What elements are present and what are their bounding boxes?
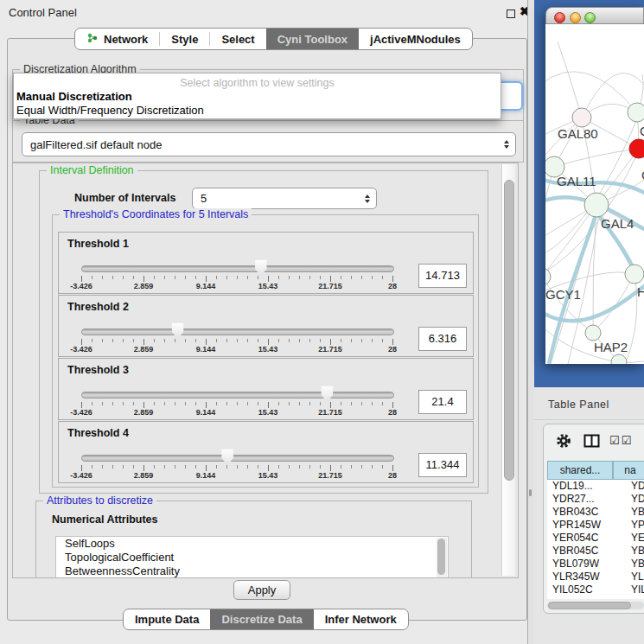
- split-columns-icon[interactable]: [583, 434, 601, 448]
- list-scrollbar[interactable]: [437, 538, 447, 577]
- threshold-label: Threshold 1: [67, 238, 129, 250]
- slider-major-ticks: [81, 276, 393, 282]
- table-horizontal-scrollbar[interactable]: [547, 602, 644, 609]
- table-data-combobox[interactable]: galFiltered.sif default node: [22, 132, 516, 156]
- attribute-list-item[interactable]: SelfLoops: [56, 537, 448, 551]
- threshold-value-field[interactable]: 6.316: [418, 327, 467, 351]
- slider-thumb[interactable]: [171, 322, 185, 340]
- slider-track[interactable]: [81, 455, 394, 462]
- network-node-H-clipped[interactable]: [625, 265, 644, 284]
- threshold-value-field[interactable]: 11.344: [418, 453, 467, 477]
- slider-thumb[interactable]: [254, 259, 268, 277]
- table-row[interactable]: YDR27...YDR2: [547, 493, 644, 506]
- table-row[interactable]: YLR345WYLR3: [547, 571, 644, 583]
- network-graph: GAL80GACGAL11GAL4GCY1HHAP2: [545, 24, 644, 364]
- tick-label: 15.43: [258, 282, 278, 290]
- network-icon: [86, 33, 99, 45]
- network-canvas[interactable]: GAL80GACGAL11GAL4GCY1HHAP2: [545, 24, 644, 364]
- network-window-titlebar[interactable]: [545, 7, 644, 24]
- column-header-shared-name[interactable]: shared...: [547, 461, 613, 480]
- minimize-traffic-light[interactable]: [570, 12, 581, 23]
- network-edge: [593, 274, 634, 333]
- table-container: ☑☑ shared... na YDL19...YDL1YDR27...YDR2…: [543, 424, 644, 614]
- tick-label: -3.426: [70, 282, 92, 290]
- scrollbar-thumb[interactable]: [548, 602, 631, 609]
- table-row[interactable]: YBL079WYBL0: [547, 558, 644, 571]
- slider-thumb[interactable]: [320, 386, 334, 403]
- threshold-value-field[interactable]: 14.713: [418, 264, 467, 288]
- tick-label: 15.43: [258, 345, 278, 354]
- tick-label: 21.715: [318, 282, 342, 290]
- column-header-name[interactable]: na: [613, 461, 644, 480]
- slider-track[interactable]: [81, 265, 394, 272]
- tab-jactivemnodules[interactable]: jActiveMNodules: [359, 29, 472, 49]
- tick-label: 28: [388, 345, 397, 354]
- splitter-grip[interactable]: [529, 489, 532, 496]
- table-row[interactable]: YDL19...YDL1: [547, 480, 644, 493]
- gear-icon[interactable]: [556, 433, 571, 449]
- table-panel-title: Table Panel: [548, 399, 609, 411]
- bottom-tabbar: Impute Data Discretize Data Infer Networ…: [123, 609, 409, 630]
- interval-definition-group: Interval Definition Number of Intervals …: [39, 170, 488, 494]
- tick-label: 9.144: [196, 282, 216, 290]
- tab-select[interactable]: Select: [210, 29, 265, 49]
- threshold-label: Threshold 2: [67, 301, 129, 313]
- threshold-value-field[interactable]: 21.4: [418, 390, 467, 414]
- settings-scrollpane: Interval Definition Number of Intervals …: [12, 163, 519, 578]
- group-title: Attributes to discretize: [43, 494, 156, 507]
- number-of-intervals-label: Number of Intervals: [74, 192, 175, 204]
- table-row[interactable]: YBR045CYBR0: [547, 545, 644, 558]
- tick-label: 28: [388, 471, 397, 480]
- table-row[interactable]: YER054CYER0: [547, 532, 644, 545]
- table-cell: YPR1: [625, 519, 644, 532]
- number-of-intervals-combobox[interactable]: 5: [192, 188, 377, 209]
- zoom-traffic-light[interactable]: [584, 12, 596, 23]
- checkbox-icons[interactable]: ☑☑: [609, 434, 633, 447]
- tick-label: 2.859: [134, 345, 154, 354]
- float-window-icon[interactable]: [507, 10, 515, 18]
- table-row[interactable]: YBR043CYBR0: [547, 506, 644, 519]
- close-traffic-light[interactable]: [554, 12, 565, 23]
- attribute-list-item[interactable]: TopologicalCoefficient: [56, 551, 448, 564]
- network-node-GAL80[interactable]: [572, 108, 591, 127]
- node-table: shared... na YDL19...YDL1YDR27...YDR2YBR…: [547, 461, 644, 599]
- tab-cyni-toolbox[interactable]: Cyni Toolbox: [266, 29, 359, 49]
- table-cell: YER0: [625, 532, 644, 545]
- network-node-GAL4[interactable]: [584, 193, 609, 217]
- threshold-coordinates-group: Threshold's Coordinates for 5 Intervals …: [52, 214, 479, 488]
- slider-track[interactable]: [81, 328, 394, 335]
- slider-track[interactable]: [81, 392, 394, 399]
- dropdown-option-equal-width[interactable]: Equal Width/Frequency Discretization: [16, 104, 204, 117]
- settings-scrollbar[interactable]: [501, 164, 515, 576]
- network-node-GA-clipped[interactable]: [628, 103, 644, 122]
- threshold-box: Threshold 4-3.4262.8599.14415.4321.71528…: [58, 421, 474, 483]
- tab-network[interactable]: Network: [75, 29, 159, 49]
- dropdown-option-manual[interactable]: Manual Discretization: [16, 90, 132, 103]
- tick-label: 2.859: [134, 282, 154, 290]
- tab-style[interactable]: Style: [160, 29, 209, 49]
- apply-button[interactable]: Apply: [233, 580, 290, 600]
- attributes-group: Attributes to discretize Numerical Attri…: [35, 501, 472, 578]
- scrollbar-thumb[interactable]: [504, 180, 514, 481]
- network-node-label: HAP2: [594, 340, 628, 354]
- attribute-list-item[interactable]: BetweennessCentrality: [56, 564, 448, 578]
- network-node-GCY1[interactable]: [545, 268, 551, 285]
- network-node-HAP2[interactable]: [585, 325, 601, 341]
- stepper-icon: [365, 194, 370, 203]
- tick-label: 2.859: [134, 471, 154, 480]
- tab-infer-network[interactable]: Infer Network: [314, 609, 408, 629]
- tick-label: 15.43: [258, 471, 278, 480]
- slider-thumb[interactable]: [220, 449, 234, 466]
- scrollbar-thumb[interactable]: [437, 539, 445, 575]
- top-tabbar: Network Style Select Cyni Toolbox jActiv…: [74, 28, 473, 50]
- table-row[interactable]: YPR145WYPR1: [547, 519, 644, 532]
- table-cell: YDR2: [625, 493, 644, 506]
- table-row[interactable]: YIL052CYIL0: [547, 583, 644, 596]
- tab-discretize-data[interactable]: Discretize Data: [210, 609, 313, 629]
- table-cell: YDL1: [625, 480, 644, 493]
- combo-value: 5: [193, 192, 365, 205]
- network-node-red-node[interactable]: [629, 139, 644, 158]
- network-node-label: GCY1: [545, 287, 581, 302]
- screenshot-root: Control Panel ✖ Network Style Select Cyn…: [0, 0, 644, 644]
- tab-impute-data[interactable]: Impute Data: [124, 609, 210, 629]
